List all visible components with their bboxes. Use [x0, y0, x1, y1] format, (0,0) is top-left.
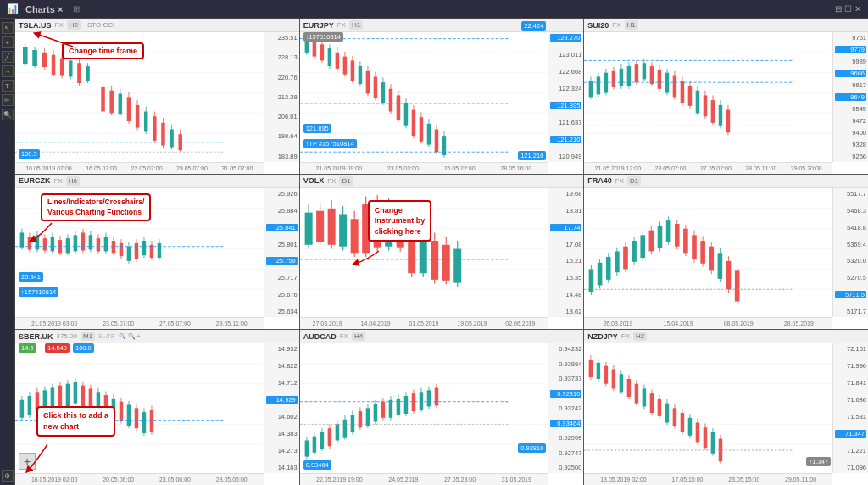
app-icon: 📊: [7, 3, 19, 14]
chart-header-sui20: SUI20 FX H1: [584, 19, 868, 32]
badge-eurczk-b2: ↑157510814: [19, 287, 58, 297]
chart-header-fra40: FRA40 FX D1: [584, 175, 868, 188]
chart-tf-audcad[interactable]: H4: [352, 332, 365, 341]
badge-eurjpy-order: ↑157510814: [303, 32, 343, 42]
chart-audcad[interactable]: AUDCAD FX H4: [300, 330, 584, 485]
chart-body-tsla: [15, 32, 264, 162]
price-axis-sui20: 9761 9779 9989 9666 9617 9649 9545 9472 …: [832, 32, 868, 162]
chart-header-volx: VOLX FX D1: [300, 175, 584, 188]
price-axis-tsla: 235.51 228.13 220.76 213.38 206.01 198.6…: [264, 32, 299, 162]
chart-symbol-eurczk[interactable]: EURCZK: [19, 176, 51, 185]
badge-tsla-bottom: 100.5: [19, 149, 40, 159]
time-axis-volx: 27.03.2019 14.04.2019 01.05.2019 19.05.2…: [300, 317, 548, 329]
chart-body-volx: [300, 188, 548, 318]
price-axis-audcad: 0.94232 0.93984 0.93737 0.92810 0.93242 …: [548, 343, 583, 473]
badge-eurjpy-bot: ↑TP #157510814: [303, 139, 357, 148]
badge-eurjpy-top: 22.424: [521, 21, 546, 31]
top-bar: 📊 Charts × ⊞ ⊟ ☐ ✕: [0, 0, 868, 19]
chart-body-eurczk: [15, 188, 264, 318]
price-tsla-5: 206.01: [266, 113, 298, 120]
chart-symbol-sui20[interactable]: SUI20: [587, 21, 609, 30]
badge-eurczk-b1: 25.841: [19, 272, 43, 282]
chart-body-sui20: [584, 32, 832, 162]
price-tsla-2: 228.13: [266, 53, 298, 61]
price-tsla-4: 213.38: [266, 93, 298, 101]
price-tsla-6: 198.64: [266, 132, 298, 140]
badge-eurjpy-mid: 121.895: [303, 124, 331, 133]
chart-symbol-eurjpy[interactable]: EURJPY: [303, 21, 334, 30]
ray-tool[interactable]: →: [2, 65, 14, 77]
chart-symbol-fra40[interactable]: FRA40: [587, 176, 612, 185]
brush-tool[interactable]: ✏: [2, 94, 14, 106]
chart-fra40[interactable]: FRA40 FX D1: [584, 175, 868, 330]
badge-sberuk-red: 14.549: [45, 343, 70, 353]
chart-tf-tsla[interactable]: H2: [67, 20, 81, 30]
chart-tf-eurczk[interactable]: H6: [66, 176, 80, 186]
main-container: ↖ + ╱ → T ✏ 🔍 ⚙ TSLA.US FX H2 STO CCI: [0, 19, 868, 485]
price-axis-fra40: 5517.7 5468.3 5418.8 5369.4 5320.0 5270.…: [832, 188, 868, 318]
badge-audcad-b2: 0.93464: [303, 460, 331, 470]
price-tsla-1: 235.51: [266, 34, 298, 42]
add-chart-button[interactable]: +: [19, 453, 36, 470]
price-axis-eurjpy: 123.270 123.011 122.668 122.324 121.895 …: [548, 32, 583, 162]
chart-tf-sberuk[interactable]: M1: [81, 332, 95, 341]
badge-eurjpy-price: 121.210: [518, 151, 546, 160]
chart-eurjpy[interactable]: EURJPY FX H1: [300, 19, 584, 174]
chart-header-tsla: TSLA.US FX H2 STO CCI: [15, 19, 299, 32]
left-toolbar: ↖ + ╱ → T ✏ 🔍 ⚙: [0, 19, 15, 485]
chart-body-audcad: [300, 343, 548, 473]
time-axis-audcad: 22.05.2019 19:00 24.05.2019 27.05.23:00 …: [300, 473, 548, 485]
price-tsla-7: 183.89: [266, 153, 298, 160]
charts-grid: TSLA.US FX H2 STO CCI: [15, 19, 868, 485]
chart-header-eurczk: EURCZK FX H6: [15, 175, 299, 188]
chart-sberuk[interactable]: SBER.UK 475.00 M1 SL/TP 🔍 🔍 +: [15, 330, 299, 485]
price-axis-nzdjpy: 72.151 71.996 71.841 71.686 71.531 71.34…: [832, 343, 868, 473]
time-axis-nzdjpy: 13.05.2019 02:00 17.05.15:00 23.05.15:00…: [584, 473, 832, 485]
text-tool[interactable]: T: [2, 80, 14, 92]
chart-symbol-volx[interactable]: VOLX: [303, 176, 325, 185]
price-tsla-3: 220.76: [266, 74, 298, 81]
price-axis-volx: 19.68 18.81 17.74 17.08 16.21 15.35 14.4…: [548, 188, 583, 318]
cursor-tool[interactable]: ↖: [2, 22, 14, 34]
chart-sui20[interactable]: SUI20 FX H1: [584, 19, 868, 174]
chart-tf-fra40[interactable]: D1: [627, 176, 641, 186]
badge-sberuk-green: 14.5: [19, 343, 36, 353]
badge-audcad-b1: 0.92810: [518, 443, 546, 453]
time-axis-eurjpy: 21.05.2019 09:00 23.05.03:00 26.05.22:00…: [300, 162, 548, 174]
chart-symbol-audcad[interactable]: AUDCAD: [303, 332, 337, 341]
chart-symbol-sberuk[interactable]: SBER.UK: [19, 332, 53, 341]
badge-sberuk-price: 100.0: [73, 343, 94, 353]
chart-symbol-tsla[interactable]: TSLA.US: [19, 21, 52, 30]
chart-tf-eurjpy[interactable]: H1: [349, 20, 363, 30]
time-axis-sui20: 21.05.2019 12:00 23.05.07:00 27.05.02:00…: [584, 162, 832, 174]
time-axis-sberuk: 16.05.2019 02:00 20.05.06:00 23.05.06:00…: [15, 473, 264, 485]
time-axis-eurczk: 21.05.2019 03:00 23.05.07:00 27.05.07:00…: [15, 317, 264, 329]
line-tool[interactable]: ╱: [2, 51, 14, 63]
price-axis-eurczk: 25.926 25.884 25.841 25.801 25.759 25.71…: [264, 188, 299, 318]
time-axis-tsla: 10.05.2019 07:00 16.05.07:00 22.05.07:00…: [15, 162, 264, 174]
price-eurjpy-top: 123.270: [550, 34, 581, 42]
price-axis-sberuk: 14.932 14.822 14.712 14.929 14.602 14.38…: [264, 343, 299, 473]
chart-body-sberuk: [15, 343, 264, 473]
chart-tf-nzdjpy[interactable]: H2: [633, 332, 647, 341]
chart-eurczk[interactable]: EURCZK FX H6: [15, 175, 299, 330]
chart-body-fra40: [584, 188, 832, 318]
chart-body-nzdjpy: [584, 343, 832, 473]
chart-symbol-nzdjpy[interactable]: NZDJPY: [587, 332, 618, 341]
zoom-tool[interactable]: 🔍: [2, 109, 14, 120]
settings-icon[interactable]: ⚙: [2, 470, 14, 482]
chart-tf-sui20[interactable]: H1: [625, 20, 638, 30]
crosshair-tool[interactable]: +: [2, 36, 14, 48]
chart-volx[interactable]: VOLX FX D1: [300, 175, 584, 330]
chart-header-nzdjpy: NZDJPY FX H2: [584, 330, 868, 343]
chart-header-audcad: AUDCAD FX H4: [300, 330, 584, 343]
badge-nzdjpy-b1: 71.347: [806, 457, 831, 466]
app-title[interactable]: Charts ×: [25, 4, 63, 14]
chart-nzdjpy[interactable]: NZDJPY FX H2: [584, 330, 868, 485]
chart-header-sberuk: SBER.UK 475.00 M1 SL/TP 🔍 🔍 +: [15, 330, 299, 343]
chart-tsla[interactable]: TSLA.US FX H2 STO CCI: [15, 19, 299, 174]
chart-tf-volx[interactable]: D1: [339, 176, 353, 186]
time-axis-fra40: 26.03.2019 15.04.2019 08.05.2019 28.05.2…: [584, 317, 832, 329]
